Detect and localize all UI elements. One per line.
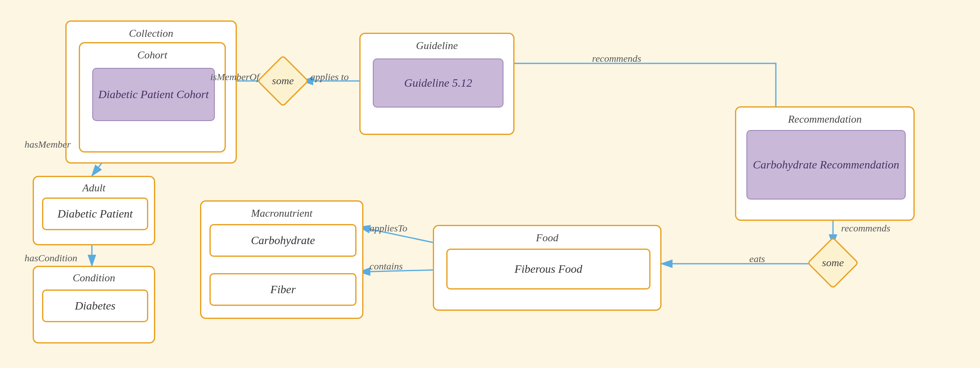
guideline-box: Guideline Guideline 5.12: [359, 33, 514, 135]
food-label: Food: [536, 231, 559, 245]
adult-label: Adult: [82, 181, 105, 195]
recommends-top-label: recommends: [592, 53, 641, 64]
guideline-512-box: Guideline 5.12: [373, 58, 503, 108]
diagram-container: Collection Cohort Diabetic Patient Cohor…: [0, 0, 980, 368]
diabetic-patient-box: Diabetic Patient: [42, 197, 148, 230]
fiberous-food-box: Fiberous Food: [446, 249, 650, 289]
recommendation-label: Recommendation: [788, 112, 862, 126]
applies-to-macro-label: appliesTo: [370, 223, 407, 234]
diabetes-box: Diabetes: [42, 289, 148, 322]
macronutrient-label: Macronutrient: [251, 206, 313, 220]
guideline-label: Guideline: [416, 39, 458, 53]
applies-to-label: applies to: [310, 72, 349, 83]
condition-box: Condition Diabetes: [33, 266, 155, 343]
has-condition-label: hasCondition: [24, 253, 77, 264]
condition-label: Condition: [73, 271, 115, 285]
diabetic-patient-cohort-box: Diabetic Patient Cohort: [92, 68, 215, 121]
eats-label: eats: [749, 254, 765, 265]
diabetic-patient-label: Diabetic Patient: [58, 206, 133, 221]
cohort-box: Cohort Diabetic Patient Cohort: [79, 42, 226, 153]
fiber-box: Fiber: [209, 273, 356, 306]
collection-label: Collection: [129, 27, 173, 40]
diabetic-patient-cohort-label: Diabetic Patient Cohort: [98, 87, 209, 102]
recommendation-box: Recommendation Carbohydrate Recommendati…: [735, 106, 915, 221]
cohort-label: Cohort: [137, 48, 167, 62]
adult-box: Adult Diabetic Patient: [33, 176, 155, 245]
some-diamond-1-label: some: [272, 75, 294, 87]
carbohydrate-recommendation-label: Carbohydrate Recommendation: [753, 157, 900, 172]
collection-box: Collection Cohort Diabetic Patient Cohor…: [65, 20, 237, 164]
some-diamond-2: some: [807, 237, 859, 289]
macronutrient-box: Macronutrient Carbohydrate Fiber: [200, 200, 363, 319]
some-diamond-2-label: some: [822, 257, 844, 269]
is-member-of-label: isMemberOf: [210, 72, 259, 83]
recommends-down-label: recommends: [841, 223, 890, 234]
guideline-512-label: Guideline 5.12: [404, 76, 472, 90]
fiberous-food-label: Fiberous Food: [514, 262, 582, 276]
carbohydrate-box: Carbohydrate: [209, 224, 356, 257]
food-box: Food Fiberous Food: [433, 225, 662, 311]
contains-label: contains: [370, 261, 403, 272]
diabetes-label: Diabetes: [75, 298, 116, 313]
has-member-label: hasMember: [24, 139, 71, 150]
carbohydrate-recommendation-box: Carbohydrate Recommendation: [746, 130, 906, 200]
fiber-label: Fiber: [270, 282, 296, 297]
some-diamond-1: some: [257, 55, 309, 107]
carbohydrate-label: Carbohydrate: [251, 233, 315, 248]
